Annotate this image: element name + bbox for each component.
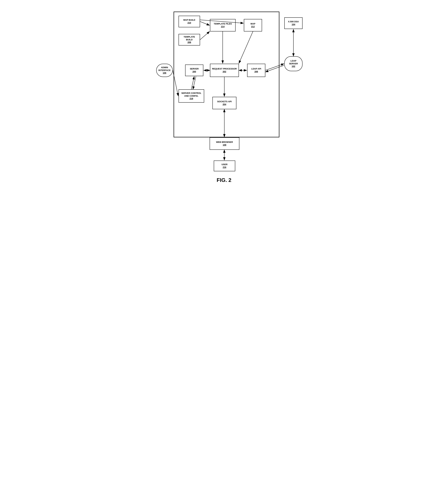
diagram: MAP BUILD 210 TEMPLATE BUILD 208 TEMPLAT… xyxy=(154,8,297,174)
server-box: SERVER 200 xyxy=(185,64,203,76)
x500-dsa-box: X.500 DSA 104 xyxy=(284,17,303,29)
figure-label: FIG. 2 xyxy=(154,177,294,183)
sockets-api-box: SOCKETS API 204 xyxy=(212,97,236,109)
ldap-server-box: LDAP SERVER 102 xyxy=(284,56,303,71)
map-box: MAP 212 xyxy=(244,19,262,31)
web-browser-box: WEB BROWSER 108 xyxy=(210,137,239,150)
map-build-box: MAP BUILD 210 xyxy=(178,16,200,27)
ldap-api-box: LDAP API 206 xyxy=(247,64,265,77)
request-processor-box: REQUEST PROCESSOR 202 xyxy=(210,64,239,77)
user-box: USER 216 xyxy=(214,161,235,171)
template-build-box: TEMPLATE BUILD 208 xyxy=(178,34,200,46)
admin-interface-box: ADMIN INTERFACE 106 xyxy=(156,64,173,77)
template-files-box: TEMPLATE FILES 214 xyxy=(210,19,236,31)
server-control-box: SERVER CONTROL AND CONFIG. 218 xyxy=(178,89,204,103)
